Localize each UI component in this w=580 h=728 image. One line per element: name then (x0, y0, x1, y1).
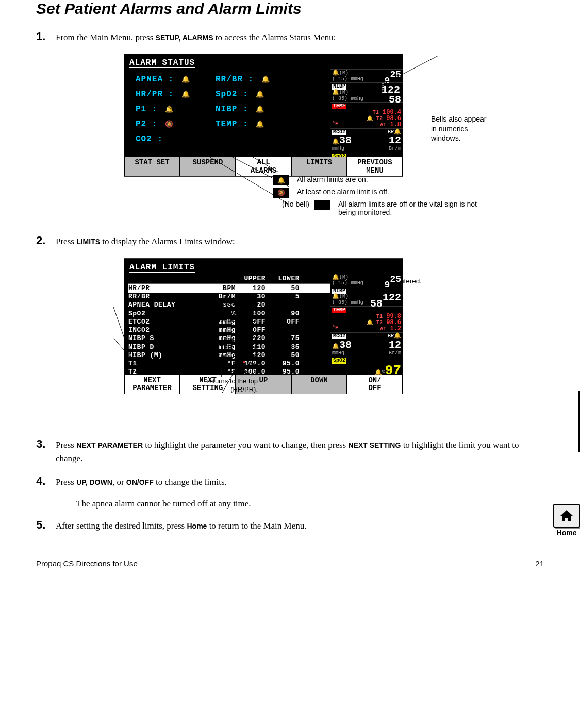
s3sc2: NEXT SETTING (348, 441, 401, 449)
temp-t1: T1 (373, 110, 379, 115)
figure-1: ALARM STATUS APNEA : 🔔RR/BR : 🔔 HR/PR : … (124, 54, 544, 224)
nibp2-b2: 58 (370, 300, 383, 308)
param-co2: CO2 : (136, 134, 163, 144)
bell-legend: 🔔All alarm limits are on. 🔕At least one … (273, 173, 493, 218)
temp-label: TEMP (332, 104, 346, 109)
param-lower: 50 (266, 351, 300, 360)
param-spo2: SpO2 : (216, 90, 248, 99)
bell-icon: 🔔 (332, 343, 339, 349)
step-2: 2. Press LIMITS to display the Alarms Li… (36, 234, 544, 248)
s5b: to return to the Main Menu. (207, 521, 306, 531)
alarm-status-params: APNEA : 🔔RR/BR : 🔔 HR/PR : 🔔SpO2 : 🔔 P1 … (124, 69, 330, 157)
spo22-label: SpO2 (332, 358, 346, 364)
nibp-big1: 122 (382, 84, 400, 95)
br-u: Br/m (389, 146, 401, 151)
step-2-sc: LIMITS (76, 238, 100, 246)
bell-icon: 🔔 (332, 70, 339, 76)
nibp2-u: mmHg (351, 300, 363, 306)
param-apnea: APNEA : (136, 75, 174, 84)
s4a: Press (56, 477, 76, 487)
step-1-sc: SETUP, ALARMS (156, 33, 213, 42)
note-arrow-more: Arrow indicates there are more parameter… (191, 299, 258, 325)
bell-icon: 🔔 (367, 320, 373, 326)
step-1-text: From the Main Menu, press SETUP, ALARMS … (56, 30, 544, 44)
temp2-t1: T1 (376, 314, 383, 319)
step-1: 1. From the Main Menu, press SETUP, ALAR… (36, 30, 544, 44)
param-unit: mmHg (201, 326, 236, 334)
legend-off: At least one alarm limit is off. (297, 188, 389, 196)
btn-suspend[interactable]: SUSPEND (180, 157, 235, 176)
param-lower: 95.0 (266, 360, 300, 368)
bell-on-icon: 🔔 (181, 89, 190, 100)
param-upper: OFF (236, 326, 266, 334)
param-rrbr: RR/BR : (216, 75, 254, 84)
step-2-num: 2. (36, 234, 56, 248)
mco2-u: mmHg (332, 146, 344, 151)
s4b: , or (112, 477, 126, 487)
param-upper: 120 (236, 284, 266, 293)
limits-header: UPPERLOWER (128, 275, 330, 284)
temp-v3: 1.8 (390, 121, 401, 128)
step-2-text-b: to display the Alarms Limits window: (100, 236, 235, 246)
param-lower (266, 326, 300, 334)
alarm-limits-screen: ALARM LIMITS UPPERLOWER HR/PRBPM12050RR/… (124, 258, 403, 395)
nibp-big2: 58 (389, 96, 401, 104)
param-lower: 75 (266, 334, 300, 343)
tile-nibp: NIBPSD 🔔(M)122 ( 85) mmHg58 (330, 82, 403, 102)
bell-off-icon: 🔕 (165, 118, 174, 130)
btn-next-parameter[interactable]: NEXT PARAMETER (125, 375, 179, 394)
s4sc1: UP, DOWN (76, 478, 112, 486)
btn-on-off[interactable]: ON/ OFF (347, 375, 402, 394)
step-4: 4. Press UP, DOWN, or ON/OFF to change t… (36, 475, 544, 489)
bell-icon: 🔔 (332, 293, 339, 299)
bell-icon: 🔔 (394, 333, 401, 339)
param-p2: P2 : (136, 120, 157, 129)
alarm-status-screen: ALARM STATUS APNEA : 🔔RR/BR : 🔔 HR/PR : … (124, 54, 403, 177)
btn-stat-set[interactable]: STAT SET (125, 157, 179, 176)
btn-down[interactable]: DOWN (292, 375, 346, 394)
mco22-big: 38 (339, 339, 352, 351)
bell-icon: 🔔 (332, 274, 339, 280)
home-button[interactable]: Home (553, 504, 580, 537)
step-5-num: 5. (36, 518, 56, 533)
param-temp: TEMP : (216, 120, 248, 129)
param-name: APNEA DELAY (128, 301, 201, 309)
step-3-num: 3. (36, 437, 56, 466)
nl2a: Press (221, 335, 240, 343)
nibp2-v: ( 85) (332, 300, 347, 306)
step-2-text: Press LIMITS to display the Alarms Limit… (56, 234, 544, 248)
param-p1: P1 : (136, 105, 157, 114)
temp2-dt: ∆T (380, 326, 386, 332)
limits-row[interactable]: INCO2mmHgOFF (128, 326, 330, 334)
screen-title: ALARM LIMITS (129, 263, 195, 273)
s3sc1: NEXT PARAMETER (76, 441, 143, 449)
top-unit: mmHg (351, 76, 363, 82)
param-unit: BPM (201, 284, 236, 293)
step-5: 5. After setting the desired limits, pre… (36, 518, 544, 533)
step-1-text-a: From the Main Menu, press (56, 32, 156, 42)
param-name: HR/PR (128, 284, 201, 293)
bell-off-icon: 🔕 (273, 188, 289, 198)
param-lower: 50 (266, 284, 300, 293)
param-lower: OFF (266, 318, 300, 326)
t2-b1: 25 (390, 275, 401, 284)
param-name: SpO2 (128, 310, 201, 318)
temp2-v3: 1.2 (390, 325, 401, 332)
bell-on-icon: 🔔 (261, 74, 270, 86)
param-lower: 35 (266, 343, 300, 351)
s4sc2: ON/OFF (126, 478, 154, 486)
step-4-sub: The apnea alarm cannot be turned off at … (76, 499, 544, 509)
t2-v: ( 15) (332, 280, 347, 286)
br2-big: 12 (389, 339, 401, 351)
page-title: Set Patient Alarms and Alarm Limits (36, 0, 544, 18)
bell-icon: 🔔 (394, 129, 401, 135)
mco2-big: 38 (339, 134, 352, 146)
param-lower: 90 (266, 310, 300, 318)
param-name: ETCO2 (128, 318, 201, 326)
tile-mco2: MCO2🔔38mmHg BR🔔12Br/m (330, 128, 403, 153)
limits-row[interactable]: HR/PRBPM12050 (128, 284, 330, 293)
bell-on-icon: 🔔 (256, 118, 264, 130)
s3b: to highlight the parameter you want to c… (143, 440, 348, 450)
s3a: Press (56, 440, 76, 450)
br-label: BR (388, 129, 394, 135)
